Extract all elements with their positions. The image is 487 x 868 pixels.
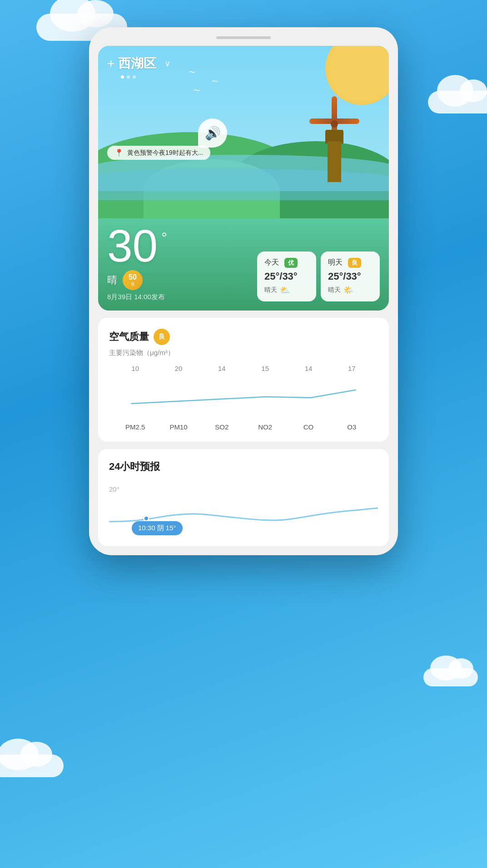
forecast24-temp-label: 20° bbox=[109, 485, 119, 493]
publish-time: 8月39日 14:00发布 bbox=[107, 293, 167, 301]
phone-notch bbox=[216, 36, 271, 39]
location-header: + 西湖区 ∨ bbox=[107, 55, 170, 72]
aqi-label-text: 良 bbox=[131, 281, 135, 287]
add-location-button[interactable]: + bbox=[107, 56, 114, 71]
weather-desc-row: 晴 50 良 bbox=[107, 270, 167, 290]
air-quality-badge: 良 bbox=[154, 329, 170, 345]
chart-values-row: 10 20 14 15 14 17 bbox=[109, 365, 378, 372]
tomorrow-weather: 晴天 🌤️ bbox=[328, 285, 373, 295]
background-cloud-3 bbox=[0, 755, 64, 777]
weather-card: 〜 〜 〜 🔊 + 西湖区 ∨ 📍 黄色预警今夜19时起有大... bbox=[98, 46, 389, 311]
location-pin-icon: 📍 bbox=[114, 148, 124, 157]
today-temperature: 25°/33° bbox=[264, 271, 309, 282]
scene-bird-3: 〜 bbox=[194, 87, 200, 95]
dot-2 bbox=[127, 75, 130, 79]
time-dot bbox=[143, 515, 149, 522]
phone-frame: 〜 〜 〜 🔊 + 西湖区 ∨ 📍 黄色预警今夜19时起有大... bbox=[89, 27, 398, 555]
background-cloud-2 bbox=[428, 91, 487, 113]
today-label: 今天 优 bbox=[264, 258, 309, 268]
chevron-down-icon[interactable]: ∨ bbox=[164, 59, 170, 69]
chart-value-pm10: 20 bbox=[157, 365, 200, 372]
temperature-value: 30 bbox=[107, 223, 158, 268]
sound-bubble[interactable]: 🔊 bbox=[198, 118, 227, 148]
chart-svg bbox=[109, 374, 378, 410]
chart-value-pm25: 10 bbox=[114, 365, 157, 372]
chart-label-pm25: PM2.5 bbox=[114, 423, 157, 431]
windmill-blade-1 bbox=[334, 118, 359, 124]
chart-label-co: CO bbox=[287, 423, 330, 431]
chart-label-so2: SO2 bbox=[200, 423, 244, 431]
air-quality-section: 空气质量 良 主要污染物（μg/m³） 10 20 14 15 14 17 PM… bbox=[98, 318, 389, 442]
today-weather: 晴天 ⛅ bbox=[264, 285, 309, 295]
time-tooltip: 10:30 阴 15° bbox=[132, 521, 183, 535]
chart-label-no2: NO2 bbox=[244, 423, 287, 431]
warning-banner[interactable]: 📍 黄色预警今夜19时起有大... bbox=[107, 146, 210, 160]
windmill-body bbox=[328, 141, 341, 182]
dot-1 bbox=[121, 75, 124, 79]
dot-3 bbox=[133, 75, 136, 79]
chart-value-no2: 15 bbox=[244, 365, 287, 372]
today-weather-icon: ⛅ bbox=[280, 285, 290, 295]
tomorrow-temperature: 25°/33° bbox=[328, 271, 373, 282]
tomorrow-label: 明天 良 bbox=[328, 258, 373, 268]
temperature-section: 30 ° 晴 50 良 8月39日 14:00发布 bbox=[107, 223, 167, 301]
aqi-badge: 50 良 bbox=[123, 270, 143, 290]
temperature-display: 30 ° bbox=[107, 223, 167, 268]
warning-text: 黄色预警今夜19时起有大... bbox=[127, 149, 203, 157]
degree-symbol: ° bbox=[161, 229, 167, 246]
scene-bird-2: 〜 bbox=[212, 78, 218, 86]
today-forecast-card[interactable]: 今天 优 25°/33° 晴天 ⛅ bbox=[257, 252, 316, 301]
chart-value-o3: 17 bbox=[330, 365, 373, 372]
aqi-number: 50 bbox=[129, 273, 137, 281]
forecast24-title: 24小时预报 bbox=[109, 460, 378, 473]
sound-icon: 🔊 bbox=[205, 126, 221, 141]
windmill-center bbox=[331, 120, 338, 128]
forecast24-chart: 20° 10:30 阴 15° bbox=[109, 481, 378, 535]
chart-labels-row: PM2.5 PM10 SO2 NO2 CO O3 bbox=[109, 423, 378, 431]
air-quality-title: 空气质量 良 bbox=[109, 329, 378, 345]
forecast24-section: 24小时预报 20° 10:30 阴 15° bbox=[98, 449, 389, 546]
chart-label-pm10: PM10 bbox=[157, 423, 200, 431]
location-name: 西湖区 bbox=[118, 55, 156, 72]
today-quality-badge: 优 bbox=[284, 258, 298, 268]
pollutant-unit-label: 主要污染物（μg/m³） bbox=[109, 349, 378, 357]
air-quality-chart bbox=[109, 374, 378, 419]
tomorrow-forecast-card[interactable]: 明天 良 25°/33° 晴天 🌤️ bbox=[321, 252, 380, 301]
chart-value-so2: 14 bbox=[200, 365, 244, 372]
chart-value-co: 14 bbox=[287, 365, 330, 372]
background-cloud-4 bbox=[423, 668, 478, 686]
windmill-blade-4 bbox=[332, 96, 337, 121]
chart-label-o3: O3 bbox=[330, 423, 373, 431]
windmill-illustration bbox=[307, 109, 362, 182]
forecast-cards: 今天 优 25°/33° 晴天 ⛅ 明天 良 bbox=[257, 252, 380, 301]
page-indicators bbox=[121, 75, 136, 79]
scene-bird-1: 〜 bbox=[189, 69, 195, 77]
tomorrow-quality-badge: 良 bbox=[348, 258, 361, 268]
weather-description: 晴 bbox=[107, 273, 117, 287]
weather-scene: 〜 〜 〜 🔊 + 西湖区 ∨ 📍 黄色预警今夜19时起有大... bbox=[98, 46, 389, 218]
tomorrow-weather-icon: 🌤️ bbox=[343, 285, 353, 295]
